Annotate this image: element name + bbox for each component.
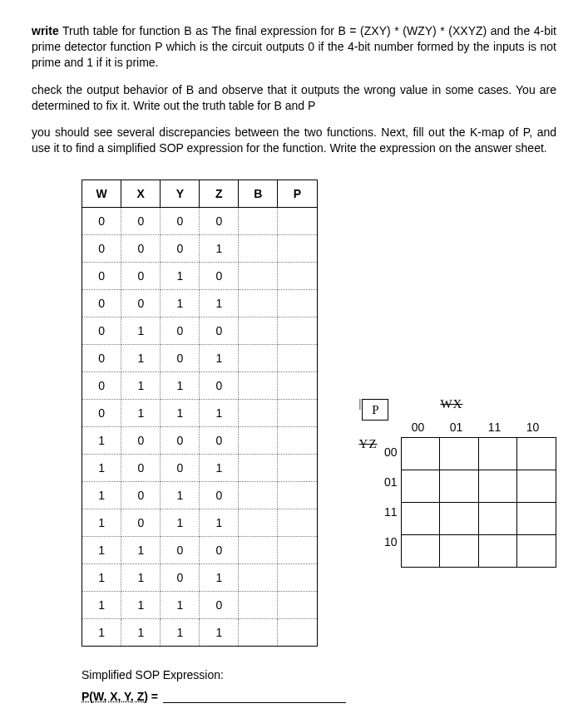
truth-cell: 1: [161, 400, 200, 427]
truth-cell: 0: [200, 427, 239, 455]
truth-cell: [278, 400, 317, 427]
truth-header: B: [239, 180, 278, 208]
sop-label: Simplified SOP Expression:: [82, 668, 556, 681]
truth-cell: [278, 345, 317, 372]
table-row: 1101: [82, 564, 318, 592]
truth-cell: 1: [200, 290, 239, 317]
kmap-cell: [401, 470, 440, 503]
kmap-row: [401, 470, 556, 503]
truth-cell: 1: [200, 345, 239, 372]
truth-cell: [239, 564, 278, 592]
truth-cell: 1: [82, 537, 121, 564]
truth-cell: 0: [161, 427, 200, 455]
truth-cell: 1: [161, 619, 200, 647]
truth-cell: 1: [161, 263, 200, 290]
write-prefix: write: [32, 24, 59, 37]
truth-cell: 1: [82, 427, 121, 455]
truth-cell: 0: [161, 564, 200, 592]
truth-cell: 1: [121, 592, 161, 619]
table-row: 1011: [82, 509, 318, 537]
truth-cell: [239, 509, 278, 537]
kmap-left-axis: YZ: [359, 437, 378, 568]
truth-cell: 0: [121, 290, 161, 317]
truth-header: Z: [200, 180, 239, 208]
truth-cell: 0: [82, 290, 121, 317]
truth-cell: 0: [82, 400, 121, 427]
truth-cell: 1: [161, 509, 200, 537]
table-row: 1010: [82, 482, 318, 509]
truth-cell: 0: [200, 208, 239, 235]
table-row: 0000: [82, 208, 318, 235]
paragraph-1-body: Truth table for function B as The final …: [32, 24, 556, 69]
truth-cell: [239, 619, 278, 647]
truth-cell: 1: [82, 455, 121, 482]
table-row: 1100: [82, 537, 318, 564]
truth-table-container: W X Y Z B P 0000000100100011010001010110…: [82, 180, 318, 647]
truth-cell: 0: [121, 455, 161, 482]
truth-cell: [278, 372, 317, 400]
truth-cell: [239, 455, 278, 482]
truth-cell: 0: [82, 372, 121, 400]
truth-cell: [239, 372, 278, 400]
kmap-cell: [478, 503, 517, 535]
sop-blank-line: [163, 702, 346, 703]
truth-cell: 0: [200, 372, 239, 400]
truth-cell: [239, 345, 278, 372]
sop-section: Simplified SOP Expression: P(W, X, Y, Z)…: [82, 668, 556, 703]
truth-cell: 1: [82, 482, 121, 509]
truth-cell: 1: [82, 619, 121, 647]
kmap-col-label: 11: [476, 421, 514, 434]
truth-cell: [278, 208, 317, 235]
kmap-top-axis: WX: [440, 397, 462, 411]
kmap-row: [401, 503, 556, 535]
kmap-row-label: 11: [378, 497, 401, 527]
kmap-col-label: 10: [514, 421, 552, 434]
table-row: 1110: [82, 592, 318, 619]
truth-header-row: W X Y Z B P: [82, 180, 318, 208]
truth-cell: [239, 400, 278, 427]
truth-cell: 0: [121, 509, 161, 537]
truth-cell: 0: [161, 537, 200, 564]
truth-cell: 1: [200, 619, 239, 647]
kmap-cell: [517, 503, 556, 535]
kmap-row-label: 10: [378, 527, 401, 557]
truth-cell: [278, 290, 317, 317]
truth-cell: 0: [121, 235, 161, 263]
kmap-container: | P WX 00 01 11 10 YZ 00 01 11 10: [359, 397, 556, 568]
truth-cell: [278, 482, 317, 509]
truth-cell: 1: [121, 317, 161, 345]
truth-cell: [239, 317, 278, 345]
truth-cell: [278, 592, 317, 619]
truth-cell: [239, 235, 278, 263]
paragraph-3: you should see several discrepancies bet…: [32, 125, 556, 156]
table-row: 0100: [82, 317, 318, 345]
kmap-cell: [478, 470, 517, 503]
truth-cell: 0: [121, 482, 161, 509]
truth-cell: [278, 427, 317, 455]
truth-cell: 0: [121, 208, 161, 235]
sop-equals: =: [148, 690, 161, 703]
truth-cell: 1: [161, 372, 200, 400]
table-row: 0011: [82, 290, 318, 317]
kmap-cell: [401, 535, 440, 568]
truth-cell: 1: [200, 400, 239, 427]
table-row: 1000: [82, 427, 318, 455]
truth-cell: [239, 290, 278, 317]
truth-cell: 0: [200, 317, 239, 345]
truth-cell: [239, 427, 278, 455]
truth-cell: 0: [200, 263, 239, 290]
table-row: 0101: [82, 345, 318, 372]
truth-cell: 0: [200, 482, 239, 509]
truth-cell: 0: [161, 235, 200, 263]
table-row: 0001: [82, 235, 318, 263]
kmap-col-label: 00: [399, 421, 437, 434]
truth-cell: 0: [200, 537, 239, 564]
truth-cell: 0: [200, 592, 239, 619]
kmap-cell: [517, 535, 556, 568]
truth-cell: 1: [161, 290, 200, 317]
truth-cell: 0: [82, 317, 121, 345]
truth-cell: [278, 317, 317, 345]
table-row: 1111: [82, 619, 318, 647]
truth-cell: 1: [82, 564, 121, 592]
table-row: 0010: [82, 263, 318, 290]
